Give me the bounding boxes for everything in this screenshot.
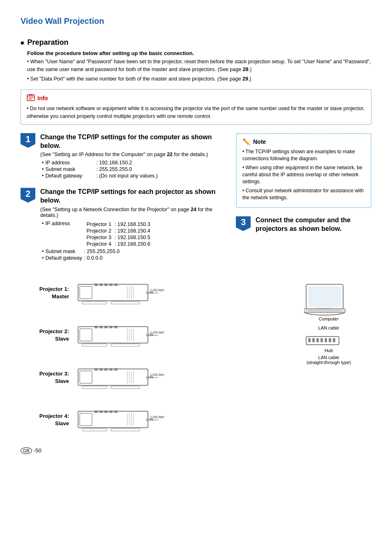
info-header: Info bbox=[27, 94, 365, 102]
step-2-bullet-gateway: Default gateway : 0.0.0.0 bbox=[42, 255, 228, 261]
svg-rect-41 bbox=[95, 368, 98, 371]
svg-rect-24 bbox=[80, 329, 92, 341]
svg-rect-26 bbox=[99, 326, 103, 328]
step-1-subtitle: (See "Setting an IP Address for the Comp… bbox=[40, 152, 228, 157]
svg-rect-66 bbox=[82, 429, 107, 431]
projector-4-svg: LAN LAN terminal bbox=[74, 405, 164, 434]
step-2-content: Change the TCP/IP settings for each proj… bbox=[40, 188, 228, 262]
ip-row-1: Projector 1: 192.168.150.3 bbox=[86, 221, 150, 227]
page-number-area: GB -50 bbox=[21, 447, 371, 454]
note-bullet-1: The TCP/IP settings shown are examples t… bbox=[242, 148, 365, 163]
svg-rect-57 bbox=[95, 410, 98, 413]
hub-svg bbox=[304, 332, 353, 349]
prep-bullet-2: Set "Data Port" with the same number for… bbox=[27, 75, 371, 83]
note-header: ✏️ Note bbox=[242, 138, 365, 146]
svg-rect-13 bbox=[114, 283, 118, 286]
ip-row-2: Projector 2: 192.168.150.4 bbox=[86, 228, 150, 234]
info-icon bbox=[27, 94, 35, 102]
svg-rect-35 bbox=[111, 344, 140, 346]
step-3-content: Connect the computer and the projectors … bbox=[256, 216, 371, 235]
hub-label: Hub bbox=[284, 348, 374, 353]
step-2-bullet-ip: IP address Projector 1: 192.168.150.3 Pr… bbox=[42, 221, 228, 248]
svg-rect-61 bbox=[114, 410, 118, 413]
note-pencil-icon: ✏️ bbox=[242, 138, 251, 146]
proj-4-name: Projector 4: bbox=[39, 413, 69, 419]
step-2: 2 Change the TCP/IP settings for each pr… bbox=[21, 188, 228, 262]
projector-3-svg: LAN LAN terminal bbox=[74, 363, 164, 392]
svg-rect-25 bbox=[95, 326, 98, 328]
projector-1-svg: LAN LAN terminal bbox=[74, 278, 164, 307]
svg-rect-39 bbox=[78, 369, 148, 385]
proj-2-name: Projector 2: bbox=[39, 328, 69, 334]
projector-2-svg: LAN LAN terminal bbox=[74, 320, 164, 349]
svg-rect-50 bbox=[82, 386, 107, 389]
proj-4-role: Slave bbox=[55, 420, 69, 426]
step-3: 3 Connect the computer and the projector… bbox=[236, 216, 371, 235]
step-1-content: Change the TCP/IP settings for the compu… bbox=[40, 133, 228, 180]
svg-rect-29 bbox=[114, 326, 118, 328]
svg-rect-83 bbox=[333, 338, 335, 342]
proj-1-device: LAN LAN terminal bbox=[74, 278, 164, 308]
svg-rect-78 bbox=[312, 338, 315, 342]
preparation-content: Follow the procedure below after setting… bbox=[27, 50, 371, 83]
note-bullets: The TCP/IP settings shown are examples t… bbox=[242, 148, 365, 202]
svg-rect-11 bbox=[104, 283, 108, 286]
svg-rect-82 bbox=[329, 338, 331, 342]
proj-3-role: Slave bbox=[55, 378, 69, 384]
proj-1-role: Master bbox=[52, 293, 69, 300]
lan-cable-type-block: LAN cable (straight-through type) bbox=[284, 355, 374, 365]
svg-rect-67 bbox=[111, 429, 140, 431]
svg-rect-81 bbox=[325, 338, 327, 342]
svg-rect-75 bbox=[308, 309, 341, 312]
lan-cable-label: LAN cable bbox=[284, 325, 374, 330]
svg-rect-43 bbox=[104, 368, 108, 371]
step-1: 1 Change the TCP/IP settings for the com… bbox=[21, 133, 228, 180]
note-label: Note bbox=[253, 138, 266, 145]
proj-1-name: Projector 1: bbox=[39, 286, 69, 292]
step-3-title: Connect the computer and the projectors … bbox=[256, 216, 371, 233]
proj-3-device: LAN LAN terminal bbox=[74, 363, 164, 393]
right-diagram: Computer LAN cable Hub LAN cable bbox=[284, 282, 374, 365]
svg-rect-40 bbox=[80, 371, 92, 383]
prep-bold-instruction: Follow the procedure below after setting… bbox=[27, 50, 371, 56]
steps-container: 1 Change the TCP/IP settings for the com… bbox=[21, 133, 371, 270]
country-code: GB bbox=[21, 447, 32, 454]
proj-4-device: LAN LAN terminal bbox=[74, 405, 164, 435]
info-label: Info bbox=[37, 95, 48, 101]
svg-rect-10 bbox=[99, 283, 103, 286]
svg-rect-79 bbox=[316, 338, 319, 342]
note-bullet-3: Consult your network administrator for a… bbox=[242, 187, 365, 202]
computer-label: Computer bbox=[284, 316, 374, 321]
diagram-section: Projector 1: Master bbox=[21, 278, 374, 435]
svg-text:LAN terminal: LAN terminal bbox=[150, 330, 164, 334]
svg-text:LAN terminal: LAN terminal bbox=[150, 373, 164, 377]
svg-rect-58 bbox=[99, 410, 103, 413]
info-box: Info Do not use network software or equi… bbox=[21, 89, 371, 125]
steps-left: 1 Change the TCP/IP settings for the com… bbox=[21, 133, 232, 270]
svg-rect-51 bbox=[111, 386, 140, 389]
svg-rect-1 bbox=[27, 95, 35, 97]
svg-rect-19 bbox=[111, 302, 140, 304]
step-3-number: 3 bbox=[236, 216, 251, 231]
note-bullet-2: When using other equipment in the same n… bbox=[242, 164, 365, 186]
svg-rect-7 bbox=[78, 284, 148, 301]
svg-rect-44 bbox=[109, 368, 113, 371]
page-title: Video Wall Projection bbox=[21, 16, 371, 26]
step-1-bullets: IP address : 192.168.150.2 Subnet mask :… bbox=[42, 160, 228, 179]
svg-rect-60 bbox=[109, 410, 113, 413]
step-2-title: Change the TCP/IP settings for each proj… bbox=[40, 188, 228, 205]
svg-rect-18 bbox=[82, 302, 107, 304]
svg-rect-27 bbox=[104, 326, 108, 328]
svg-text:LAN terminal: LAN terminal bbox=[150, 415, 164, 419]
step-1-bullet-ip: IP address : 192.168.150.2 bbox=[42, 160, 228, 166]
preparation-section: Preparation Follow the procedure below a… bbox=[21, 38, 371, 83]
step-2-bullet-subnet: Subnet mask : 255.255.255.0 bbox=[42, 249, 228, 254]
steps-right: ✏️ Note The TCP/IP settings shown are ex… bbox=[232, 133, 371, 270]
computer-svg bbox=[304, 282, 353, 319]
info-text: Do not use network software or equipment… bbox=[27, 105, 365, 120]
proj-3-label: Projector 3: Slave bbox=[21, 370, 74, 385]
svg-rect-34 bbox=[82, 344, 107, 346]
step-1-title: Change the TCP/IP settings for the compu… bbox=[40, 133, 228, 150]
proj-row-3: Projector 3: Slave LAN LAN terminal bbox=[21, 363, 374, 393]
svg-rect-9 bbox=[95, 283, 98, 286]
